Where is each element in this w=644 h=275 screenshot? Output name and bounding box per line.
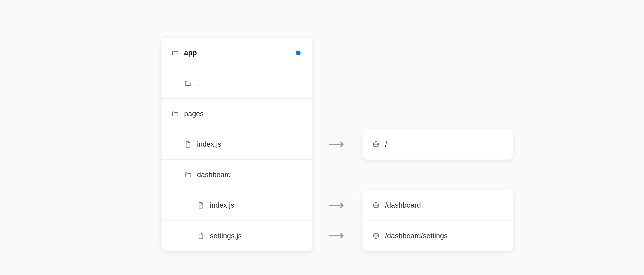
tree-row-app: app [162, 38, 312, 68]
route-row: / [362, 129, 513, 160]
file-icon [184, 141, 192, 148]
tree-label: settings.js [210, 232, 302, 240]
folder-icon [172, 49, 179, 57]
tree-label: index.js [197, 140, 302, 148]
tree-row-index: index.js [162, 129, 312, 160]
diagram-canvas: app ... pages index.js dashboard [0, 0, 644, 275]
route-row: /dashboard/settings [362, 220, 513, 251]
arrow-icon [327, 233, 347, 239]
file-icon [197, 202, 204, 209]
status-dot [296, 51, 300, 55]
tree-row-dashboard-index: index.js [162, 190, 312, 220]
tree-row-ellipsis: ... [162, 68, 312, 99]
route-path: /dashboard/settings [385, 232, 448, 240]
route-card-dashboard: /dashboard /dashboard/settings [362, 190, 513, 251]
tree-label: ... [197, 79, 302, 87]
tree-label: index.js [210, 201, 302, 209]
file-tree-card: app ... pages index.js dashboard [162, 38, 312, 251]
arrow-icon [327, 141, 347, 147]
folder-icon [184, 171, 192, 178]
folder-icon [172, 110, 179, 117]
tree-row-pages: pages [162, 99, 312, 129]
file-icon [197, 232, 204, 239]
tree-label: dashboard [197, 171, 302, 179]
tree-label: pages [184, 110, 302, 118]
tree-row-settings: settings.js [162, 220, 312, 251]
route-card-root: / [362, 129, 513, 160]
route-row: /dashboard [362, 190, 513, 220]
arrow-icon [327, 202, 347, 208]
globe-icon [372, 232, 380, 239]
globe-icon [372, 202, 380, 209]
globe-icon [372, 141, 380, 148]
folder-icon [184, 80, 192, 87]
route-path: / [385, 140, 387, 148]
tree-row-dashboard: dashboard [162, 160, 312, 190]
tree-label: app [184, 49, 290, 57]
route-path: /dashboard [385, 201, 421, 209]
